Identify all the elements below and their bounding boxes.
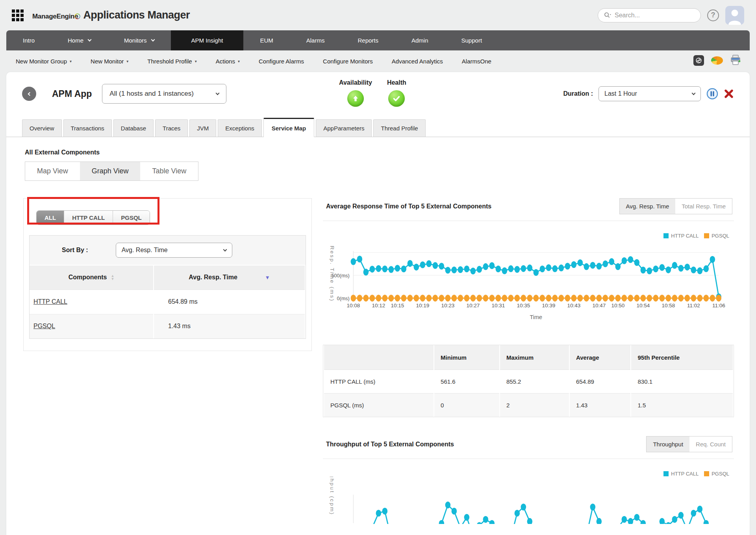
chevron-left-icon (28, 92, 32, 96)
subnav-alarmsone[interactable]: AlarmsOne (462, 58, 491, 65)
back-button[interactable] (22, 87, 36, 101)
subnav-configure-monitors[interactable]: Configure Monitors (323, 58, 373, 65)
subnav-new-monitor[interactable]: New Monitor▾ (91, 58, 128, 65)
app-header: APM App All (1 hosts and 1 instances) Av… (6, 72, 750, 108)
tab-thread-profile[interactable]: Thread Profile (373, 119, 425, 137)
tab-jvm[interactable]: JVM (189, 119, 216, 137)
component-link-pgsql[interactable]: PGSQL (33, 323, 55, 329)
throughput-section: Throughput of Top 5 External Components … (323, 436, 734, 524)
sub-nav: New Monitor Group▾ New Monitor▾ Threshol… (0, 50, 756, 72)
filter-pgsql-button[interactable]: PGSQL (113, 211, 150, 225)
chevron-down-icon (216, 91, 220, 95)
piechart-icon[interactable] (711, 56, 723, 65)
svg-text:Resp. Time (ms): Resp. Time (ms) (329, 246, 335, 302)
table-row: PGSQL (ms) 0 2 1.43 1.5 (324, 393, 733, 417)
toggle-throughput[interactable]: Throughput (647, 437, 689, 452)
filter-all-button[interactable]: ALL (37, 211, 64, 225)
sort-desc-icon: ▼ (265, 275, 270, 281)
availability-status: Availability (339, 79, 372, 107)
components-panel: ALL HTTP CALL PGSQL Sort By : Avg. Resp.… (23, 198, 312, 351)
legend-swatch (663, 233, 669, 238)
legend-http-call[interactable]: HTTP CALL (663, 233, 699, 239)
filter-http-call-button[interactable]: HTTP CALL (64, 211, 113, 225)
components-table: Components ▲▼ Avg. Resp. Time ▼ HTTP CAL… (30, 265, 306, 338)
avatar[interactable] (725, 6, 744, 25)
svg-text:11:02: 11:02 (687, 303, 700, 308)
caret-down-icon: ▾ (195, 59, 197, 63)
svg-text:Time: Time (530, 314, 542, 320)
nav-item-admin[interactable]: Admin (395, 30, 445, 50)
sort-by-selector[interactable]: Avg. Resp. Time (116, 243, 232, 258)
nav-item-apm-insight[interactable]: APM Insight (171, 30, 244, 50)
tab-traces[interactable]: Traces (155, 119, 188, 137)
health-check-icon[interactable] (388, 90, 405, 107)
nav-item-intro[interactable]: Intro (6, 30, 51, 50)
instance-selector[interactable]: All (1 hosts and 1 instances) (102, 84, 226, 104)
svg-text:10:15: 10:15 (391, 303, 404, 308)
legend-swatch (704, 233, 709, 238)
legend-pgsql[interactable]: PGSQL (704, 471, 729, 477)
response-chart-title: Average Response Time of Top 5 External … (323, 203, 491, 210)
tab-service-map[interactable]: Service Map (263, 118, 315, 137)
tab-appparameters[interactable]: AppParameters (316, 119, 372, 137)
nav-item-reports[interactable]: Reports (341, 30, 395, 50)
nav-item-support[interactable]: Support (445, 30, 499, 50)
view-table[interactable]: Table View (140, 162, 198, 180)
close-icon[interactable] (724, 89, 734, 99)
stats-col-maximum: Maximum (500, 345, 569, 370)
svg-text:10:50: 10:50 (611, 303, 624, 308)
svg-text:10:54: 10:54 (636, 303, 650, 308)
availability-up-icon[interactable] (347, 90, 364, 107)
duration-selector[interactable]: Last 1 Hour (598, 86, 701, 101)
apps-grid-icon[interactable] (12, 9, 24, 21)
components-table-panel: Sort By : Avg. Resp. Time Components ▲▼ (29, 235, 306, 339)
throughput-chart-title: Throughput of Top 5 External Components (323, 441, 454, 448)
component-link-http-call[interactable]: HTTP CALL (33, 298, 67, 305)
legend-pgsql[interactable]: PGSQL (704, 233, 729, 239)
table-row: HTTP CALL (ms) 561.6 855.2 654.89 830.1 (324, 370, 733, 393)
search-icon (604, 12, 611, 19)
legend-swatch (663, 471, 669, 476)
svg-text:10:12: 10:12 (372, 303, 385, 308)
printer-icon[interactable] (730, 54, 741, 67)
subnav-configure-alarms[interactable]: Configure Alarms (259, 58, 304, 65)
response-time-chart[interactable]: 500(ms)0(ms)10:0810:1210:1510:1910:2310:… (323, 239, 734, 331)
nav-item-monitors[interactable]: Monitors (107, 30, 171, 50)
throughput-chart[interactable]: Throughput (cpm) (323, 477, 734, 524)
nav-item-alarms[interactable]: Alarms (290, 30, 341, 50)
help-icon[interactable]: ? (707, 9, 719, 21)
view-map[interactable]: Map View (25, 162, 80, 180)
stats-col-95th: 95th Percentile (631, 345, 733, 370)
column-header-components[interactable]: Components ▲▼ (30, 265, 154, 290)
tab-exceptions[interactable]: Exceptions (218, 119, 261, 137)
svg-text:10:39: 10:39 (542, 303, 555, 308)
logo-swoosh-icon (74, 13, 80, 19)
toggle-avg-resp-time[interactable]: Avg. Resp. Time (620, 199, 676, 214)
throughput-chart-toggle: Throughput Req. Count (646, 436, 732, 452)
top-header: ManageEngine Applications Manager ? (0, 0, 756, 30)
legend-http-call[interactable]: HTTP CALL (663, 471, 699, 477)
subnav-actions[interactable]: Actions▾ (216, 58, 240, 65)
tab-transactions[interactable]: Transactions (63, 119, 112, 137)
view-graph[interactable]: Graph View (80, 162, 141, 180)
view-toggle: Map View Graph View Table View (25, 162, 198, 181)
column-header-avg-resp-time[interactable]: Avg. Resp. Time ▼ (154, 265, 305, 290)
stats-col-empty (324, 345, 434, 370)
search-box[interactable] (598, 8, 701, 22)
search-input[interactable] (615, 12, 695, 19)
pause-button[interactable] (706, 88, 718, 100)
toggle-req-count[interactable]: Req. Count (689, 437, 732, 452)
subnav-threshold-profile[interactable]: Threshold Profile▾ (147, 58, 196, 65)
monitor-tabs: Overview Transactions Database Traces JV… (6, 108, 750, 137)
nav-item-home[interactable]: Home (51, 30, 107, 50)
svg-text:10:27: 10:27 (466, 303, 480, 308)
subnav-new-monitor-group[interactable]: New Monitor Group▾ (16, 58, 72, 65)
avg-resp-value: 1.43 ms (154, 314, 305, 338)
screenshot-camera-icon[interactable] (693, 55, 704, 66)
tab-overview[interactable]: Overview (22, 119, 62, 137)
toggle-total-resp-time[interactable]: Total Resp. Time (675, 199, 732, 214)
tab-database[interactable]: Database (113, 119, 154, 137)
subnav-advanced-analytics[interactable]: Advanced Analytics (392, 58, 443, 65)
nav-item-eum[interactable]: EUM (243, 30, 289, 50)
app-logo: ManageEngine Applications Manager (32, 9, 190, 21)
